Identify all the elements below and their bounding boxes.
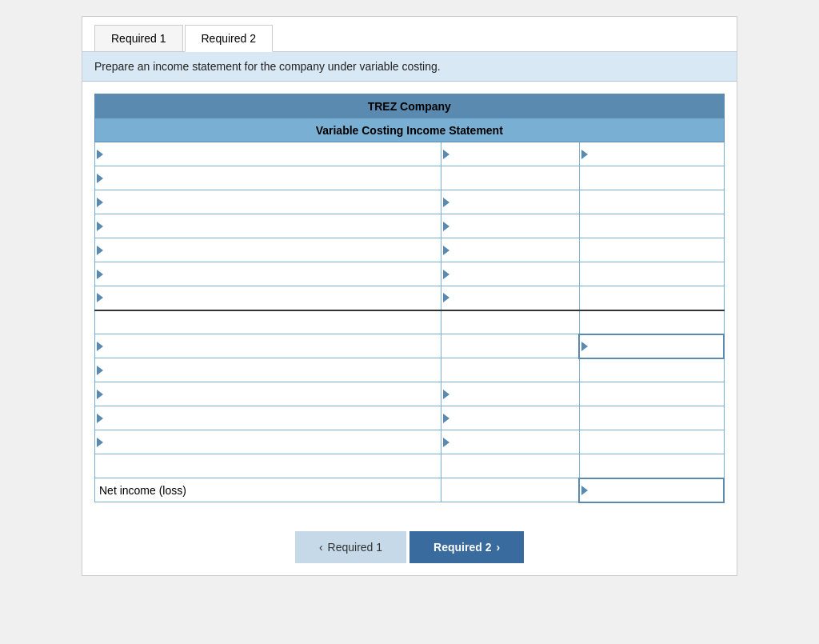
mid-input-11[interactable]: [445, 384, 576, 404]
label-cell-6: [95, 262, 441, 286]
arrow-icon-mid-11: [443, 390, 449, 399]
label-input-3[interactable]: [98, 192, 437, 212]
table-row: [95, 358, 725, 382]
label-cell-11: [95, 382, 441, 406]
instruction-bar: Prepare an income statement for the comp…: [82, 52, 737, 82]
label-input-1[interactable]: [98, 144, 437, 164]
next-button-label: Required 2: [433, 541, 491, 554]
mid-input-4[interactable]: [445, 216, 576, 236]
label-input-13[interactable]: [98, 432, 437, 452]
net-income-mid: [441, 478, 579, 502]
income-statement-table: TREZ Company Variable Costing Income Sta…: [94, 94, 725, 503]
prev-button[interactable]: ‹ Required 1: [295, 531, 406, 563]
right-cell-6: [579, 262, 724, 286]
table-row: [95, 262, 725, 286]
mid-input-1[interactable]: [445, 144, 576, 164]
net-income-input[interactable]: [583, 481, 720, 500]
right-cell-4: [579, 214, 724, 238]
arrow-icon-mid-13: [443, 438, 449, 447]
arrow-icon-mid-3: [443, 198, 449, 207]
table-row: [95, 238, 725, 262]
label-input-12[interactable]: [98, 408, 437, 428]
mid-cell-6: [441, 262, 579, 286]
label-cell-4: [95, 214, 441, 238]
table-row: [95, 142, 725, 166]
next-chevron-icon: ›: [496, 541, 500, 554]
right-cell-3: [579, 190, 724, 214]
right-cell-7: [579, 286, 724, 310]
right-input-9[interactable]: [583, 337, 720, 356]
sep-input-right[interactable]: [583, 313, 721, 332]
spacer-input-label[interactable]: [98, 456, 437, 476]
label-input-5[interactable]: [98, 240, 437, 260]
mid-cell-3: [441, 190, 579, 214]
bottom-nav: ‹ Required 1 Required 2 ›: [82, 519, 737, 575]
tabs-bar: Required 1 Required 2: [82, 17, 737, 52]
spacer-input-mid[interactable]: [445, 456, 576, 476]
spacer-mid: [441, 454, 579, 478]
mid-input-5[interactable]: [445, 240, 576, 260]
tab-required-1[interactable]: Required 1: [94, 25, 183, 51]
mid-input-2[interactable]: [445, 168, 576, 188]
right-input-1[interactable]: [583, 144, 721, 164]
label-input-11[interactable]: [98, 384, 437, 404]
spacer-label: [95, 454, 441, 478]
right-cell-12: [579, 406, 724, 430]
company-name: TREZ Company: [95, 94, 725, 118]
next-button[interactable]: Required 2 ›: [410, 531, 524, 563]
arrow-icon-mid-1: [443, 150, 449, 159]
right-cell-10: [579, 358, 724, 382]
right-cell-9: [579, 334, 724, 358]
arrow-icon-right-9: [581, 342, 588, 351]
label-input-10[interactable]: [98, 360, 437, 380]
net-income-mid-input[interactable]: [445, 480, 576, 500]
arrow-icon-mid-7: [443, 293, 449, 302]
table-row: [95, 214, 725, 238]
table-subtitle: Variable Costing Income Statement: [95, 118, 725, 142]
label-input-9[interactable]: [98, 336, 437, 356]
arrow-icon-mid-12: [443, 414, 449, 423]
label-cell-12: [95, 406, 441, 430]
mid-cell-10: [441, 358, 579, 382]
label-cell-7: [95, 286, 441, 310]
table-row: [95, 286, 725, 310]
arrow-icon-net-income: [581, 486, 588, 495]
label-input-7[interactable]: [98, 288, 437, 308]
arrow-icon-11: [97, 390, 103, 399]
mid-cell-9: [441, 334, 579, 358]
tab-required-2[interactable]: Required 2: [185, 25, 274, 52]
arrow-icon-1: [97, 150, 103, 159]
label-input-2[interactable]: [98, 168, 437, 188]
arrow-icon-7: [97, 293, 103, 302]
label-input-6[interactable]: [98, 264, 437, 284]
label-cell-5: [95, 238, 441, 262]
arrow-icon-4: [97, 222, 103, 231]
mid-input-12[interactable]: [445, 408, 576, 428]
mid-cell-1: [441, 142, 579, 166]
net-income-row: Net income (loss): [95, 478, 725, 502]
table-row: [95, 406, 725, 430]
sep-input-mid[interactable]: [445, 313, 576, 333]
spacer-right: [579, 454, 724, 478]
mid-input-9[interactable]: [445, 336, 576, 356]
page-container: Required 1 Required 2 Prepare an income …: [82, 16, 737, 576]
spacer-input-right[interactable]: [583, 456, 721, 476]
table-container: TREZ Company Variable Costing Income Sta…: [82, 82, 737, 519]
arrow-icon-mid-4: [443, 222, 449, 231]
arrow-icon-10: [97, 366, 103, 375]
spacer-row: [95, 454, 725, 478]
mid-input-6[interactable]: [445, 264, 576, 284]
sep-input-label[interactable]: [98, 313, 437, 333]
mid-input-10[interactable]: [445, 360, 576, 380]
mid-cell-11: [441, 382, 579, 406]
arrow-icon-2: [97, 174, 103, 183]
separator-row: [95, 310, 725, 334]
right-cell-5: [579, 238, 724, 262]
label-input-4[interactable]: [98, 216, 437, 236]
mid-input-7[interactable]: [445, 288, 576, 308]
right-cell-13: [579, 430, 724, 454]
mid-input-13[interactable]: [445, 432, 576, 452]
mid-input-3[interactable]: [445, 192, 576, 212]
mid-cell-12: [441, 406, 579, 430]
right-cell-2: [579, 166, 724, 190]
